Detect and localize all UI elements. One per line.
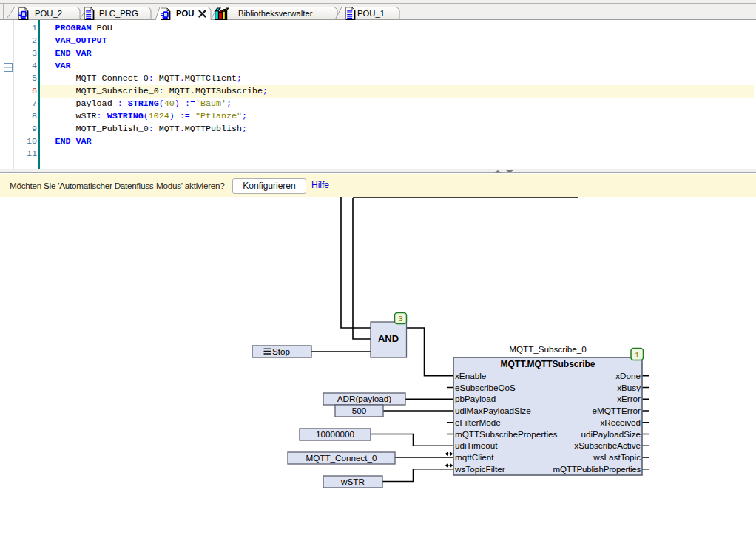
svg-text:500: 500 <box>352 406 367 415</box>
svg-text:xReceived: xReceived <box>600 417 641 427</box>
svg-text:ADR(payload): ADR(payload) <box>337 394 392 403</box>
svg-text:10000000: 10000000 <box>316 429 355 439</box>
svg-text:Stop: Stop <box>272 346 291 356</box>
svg-text:AND: AND <box>378 333 399 344</box>
svg-text:pbPayload: pbPayload <box>455 394 496 403</box>
svg-text:3: 3 <box>398 314 403 323</box>
svg-text:POU_2: POU_2 <box>35 9 62 18</box>
svg-text:POU_1: POU_1 <box>357 9 385 18</box>
svg-text:xEnable: xEnable <box>455 371 486 380</box>
svg-text:udiPayloadSize: udiPayloadSize <box>581 429 641 439</box>
svg-text:xDone: xDone <box>615 371 641 380</box>
svg-text:eSubscribeQoS: eSubscribeQoS <box>455 383 516 392</box>
svg-text:eFilterMode: eFilterMode <box>455 417 501 427</box>
svg-text:udiMaxPayloadSize: udiMaxPayloadSize <box>455 406 531 415</box>
svg-text:mQTTSubscribeProperties: mQTTSubscribeProperties <box>455 429 558 439</box>
svg-text:MQTT_Connect_0: MQTT_Connect_0 <box>306 453 377 463</box>
svg-text:eMQTTError: eMQTTError <box>592 406 641 415</box>
svg-text:wsTopicFilter: wsTopicFilter <box>454 464 505 474</box>
svg-text:Bibliotheksverwalter: Bibliotheksverwalter <box>238 9 313 18</box>
svg-text:mQTTPublishProperties: mQTTPublishProperties <box>553 464 641 474</box>
svg-text:udiTimeout: udiTimeout <box>455 440 498 450</box>
svg-text:PLC_PRG: PLC_PRG <box>99 9 138 18</box>
svg-text:wSTR: wSTR <box>340 477 365 486</box>
svg-text:POU: POU <box>176 9 194 18</box>
svg-text:xError: xError <box>617 394 641 403</box>
svg-text:wsLastTopic: wsLastTopic <box>593 452 641 462</box>
svg-text:xSubscribeActive: xSubscribeActive <box>574 440 641 450</box>
svg-text:mqttClient: mqttClient <box>455 452 494 462</box>
svg-text:xBusy: xBusy <box>617 383 641 392</box>
svg-text:MQTT.MQTTSubscribe: MQTT.MQTTSubscribe <box>500 359 595 369</box>
svg-text:MQTT_Subscribe_0: MQTT_Subscribe_0 <box>509 344 587 354</box>
svg-text:1: 1 <box>635 350 640 360</box>
